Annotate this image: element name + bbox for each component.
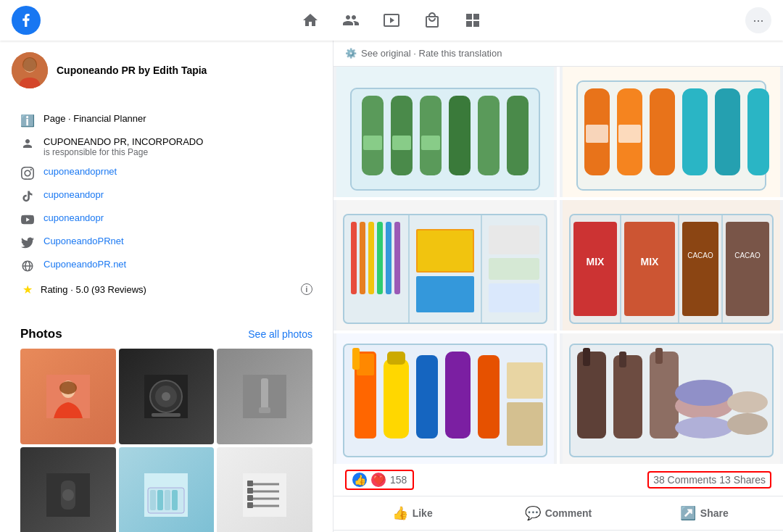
svg-rect-76 [489, 258, 539, 280]
svg-rect-101 [507, 362, 543, 399]
nav-watch-button[interactable] [374, 3, 409, 38]
svg-rect-57 [682, 88, 708, 175]
responsible-row: CUPONEANDO PR, INCORPORADO is responsibl… [12, 132, 321, 162]
svg-text:CACAO: CACAO [687, 252, 713, 259]
youtube-row[interactable]: cuponeandopr [12, 208, 321, 231]
svg-rect-75 [489, 225, 539, 254]
svg-rect-66 [351, 222, 357, 294]
avatar-image [12, 52, 48, 88]
post-image-2[interactable] [560, 67, 783, 197]
svg-rect-102 [507, 402, 543, 446]
svg-rect-70 [386, 222, 392, 294]
svg-rect-49 [363, 136, 382, 150]
photo-thumb-4[interactable] [20, 447, 116, 532]
post-image-3[interactable] [334, 200, 557, 331]
comments-shares-box[interactable]: 38 Comments 13 Shares [647, 471, 771, 489]
more-options-button[interactable]: ··· [745, 7, 771, 33]
photo-thumb-1[interactable] [20, 349, 116, 444]
tiktok-row[interactable]: cuponeandopr [12, 185, 321, 208]
reaction-bar: 👍 ❤️ 158 38 Comments 13 Shares [334, 464, 783, 496]
svg-rect-107 [613, 355, 642, 439]
top-navigation: ··· [0, 0, 783, 41]
svg-rect-108 [619, 352, 626, 367]
person-icon [20, 136, 35, 151]
youtube-link[interactable]: cuponeandopr [44, 212, 312, 223]
gear-icon: ⚙️ [345, 48, 357, 59]
share-icon: ↗️ [680, 505, 696, 521]
tiktok-link[interactable]: cuponeandopr [44, 189, 312, 200]
like-emoji: 👍 [352, 473, 367, 487]
info-circle-icon[interactable]: i [301, 283, 312, 295]
translation-text[interactable]: See original · Rate this translation [361, 48, 502, 59]
see-all-photos-link[interactable]: See all photos [248, 328, 312, 340]
share-button[interactable]: ↗️ Share [631, 499, 777, 527]
svg-rect-20 [157, 490, 163, 510]
post-images-grid: MIX MIX CACAO CACAO [334, 67, 783, 464]
svg-rect-96 [384, 359, 409, 439]
instagram-link[interactable]: cuponeandoprnet [44, 166, 312, 177]
svg-rect-19 [150, 490, 156, 510]
nav-marketplace-button[interactable] [415, 3, 450, 38]
main-layout: Cuponeando PR by Edith Tapia ℹ️ Page · F… [0, 41, 783, 532]
nav-left [12, 6, 41, 35]
svg-rect-73 [418, 230, 473, 271]
rating-row: ★ Rating · 5.0 (93 Reviews) i [12, 278, 321, 301]
svg-rect-89 [726, 222, 769, 316]
svg-rect-47 [478, 96, 500, 175]
reactions-count: 158 [390, 474, 407, 486]
svg-rect-58 [715, 88, 740, 175]
twitter-link[interactable]: CuponeandoPRnet [44, 236, 312, 246]
svg-rect-56 [650, 88, 675, 175]
svg-rect-48 [507, 96, 529, 175]
svg-rect-28 [247, 481, 253, 486]
photos-section: Photos See all photos [12, 318, 321, 532]
rating-text: Rating · 5.0 (93 Reviews) [41, 284, 295, 295]
svg-rect-46 [449, 96, 471, 175]
facebook-logo[interactable] [12, 6, 41, 35]
star-icon: ★ [20, 282, 35, 296]
instagram-icon [20, 166, 35, 180]
photo-thumb-5[interactable] [119, 447, 215, 532]
post-image-5[interactable] [334, 333, 557, 464]
post-image-4[interactable]: MIX MIX CACAO CACAO [560, 200, 783, 331]
svg-rect-61 [618, 125, 641, 143]
comment-icon: 💬 [525, 505, 541, 521]
svg-rect-106 [583, 348, 590, 366]
nav-home-button[interactable] [293, 3, 328, 38]
reactions-right: 38 Comments 13 Shares [647, 471, 771, 489]
svg-text:MIX: MIX [641, 256, 660, 267]
photo-thumb-2[interactable] [119, 349, 215, 444]
instagram-row[interactable]: cuponeandoprnet [12, 162, 321, 185]
post-image-6[interactable] [560, 333, 783, 464]
nav-center-icons [293, 3, 490, 38]
svg-point-113 [675, 417, 733, 439]
nav-gaming-button[interactable] [455, 3, 490, 38]
svg-point-114 [727, 391, 768, 413]
comment-button[interactable]: 💬 Comment [485, 499, 631, 527]
twitter-row[interactable]: CuponeandoPRnet [12, 231, 321, 254]
svg-rect-109 [650, 352, 679, 439]
photo-thumb-3[interactable] [217, 349, 312, 444]
svg-point-112 [675, 380, 733, 406]
post-image-1[interactable] [334, 67, 557, 197]
nav-right: ··· [745, 7, 771, 33]
website-link[interactable]: CuponeandoPR.net [44, 259, 312, 270]
like-button[interactable]: 👍 Like [339, 499, 485, 527]
page-name-text: Cuponeando PR by Edith Tapia [57, 65, 207, 76]
svg-rect-99 [445, 352, 471, 439]
svg-rect-12 [261, 378, 268, 411]
nav-friends-button[interactable] [334, 3, 368, 38]
reactions-left-box: 👍 ❤️ 158 [345, 470, 414, 490]
photo-thumb-6[interactable] [217, 447, 312, 532]
svg-rect-71 [394, 222, 400, 294]
svg-rect-110 [655, 348, 663, 364]
svg-rect-21 [165, 490, 170, 510]
svg-rect-95 [352, 348, 360, 370]
avatar [12, 52, 48, 88]
website-row[interactable]: CuponeandoPR.net [12, 254, 321, 278]
svg-rect-10 [152, 413, 181, 417]
svg-rect-22 [172, 490, 178, 510]
svg-rect-97 [387, 352, 405, 365]
left-sidebar: Cuponeando PR by Edith Tapia ℹ️ Page · F… [0, 41, 334, 532]
photos-grid [20, 349, 312, 532]
